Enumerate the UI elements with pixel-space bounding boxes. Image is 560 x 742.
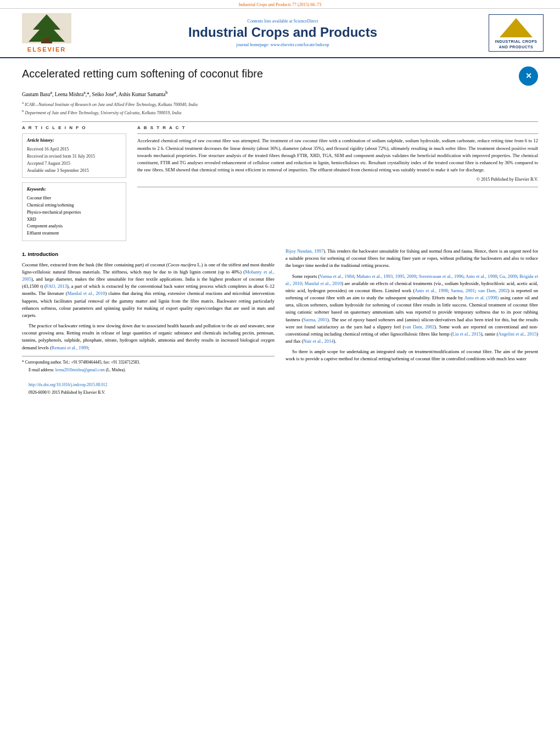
article-history-block: Article history: Received 16 April 2015 … [22,133,126,178]
author-ashis: Ashis Kumar Samantab [119,92,168,97]
ref-sarma2[interactable]: Sarma, 2001 [304,317,328,322]
article-title-section: Accelerated retting cum softening of coc… [22,66,538,86]
sciencedirect-link[interactable]: ScienceDirect [294,19,318,24]
footnote-star: * Corresponding author. Tel.: +91 974804… [22,359,275,366]
abstract-column: A B S T R A C T Accelerated chemical ret… [137,125,538,241]
article-info-column: A R T I C L E I N F O Article history: R… [22,125,126,241]
abstract-bottom-divider [137,187,538,187]
ref-angelini[interactable]: Angelini et al., 2015 [498,331,536,337]
keyword-4: XRD [27,216,121,224]
keyword-2: Chemical retting/softening [27,202,121,209]
svg-rect-3 [41,42,52,43]
accepted-date: Accepted 7 August 2015 [27,160,121,168]
elsevier-wordmark: ELSEVIER [27,46,66,53]
elsevier-logo: ELSEVIER [16,13,77,53]
received-date: Received 16 April 2015 [27,146,121,153]
keywords-block: Keywords: Coconut fiber Chemical retting… [22,182,126,241]
article-title: Accelerated retting cum softening of coc… [22,66,511,81]
journal-logo-triangle-icon [500,18,533,37]
intro-para-2: The practice of backwater retting is now… [22,322,275,352]
right-para-1: Bijoy Nandan, 1997). This renders the ba… [285,248,538,270]
right-para-2: Some reports (Varma et al., 1984; Mahato… [285,273,538,345]
author-email-link[interactable]: leena2010mishra@gmail.com [55,367,105,372]
journal-logo-box: INDUSTRIAL CROPS AND PRODUCTS [489,14,544,51]
journal-ref-text: Industrial Crops and Products 77 (2015) … [239,2,322,7]
keywords-label: Keywords: [27,186,121,193]
ref-gu[interactable]: Gu, 2009 [500,274,517,279]
contents-available-label: Contents lists available at ScienceDirec… [77,19,489,24]
ref-vandam[interactable]: van Dam, 2002 [478,288,508,293]
divider-after-affiliations [22,121,538,122]
ref-mohanty[interactable]: Mohanty et al., 2005 [22,269,275,282]
author-leena: Leena Mishraa,*, [55,92,92,97]
intro-para-1: Coconut fibre, extracted from the husk (… [22,261,275,319]
copyright-notice: © 2015 Published by Elsevier B.V. [137,176,538,183]
ref-vandam2[interactable]: van Dam, 2002 [404,324,434,330]
crossmark-icon[interactable] [519,66,538,86]
affiliations: a ICAR—National Institute of Research on… [22,100,538,116]
footnote-email: E-mail address: leena2010mishra@gmail.co… [22,367,275,373]
ref-sarma[interactable]: Sarma, 2001 [451,288,475,293]
keyword-6: Effluent treatment [27,230,121,237]
body-left-column: 1. Introduction Coconut fibre, extracted… [22,248,275,398]
ref-anto3[interactable]: Anto et al. (1998) [464,295,499,300]
history-label: Article history: [27,137,121,144]
author-seiko: Seiko Josea, [92,92,119,97]
keyword-5: Component analysis [27,223,121,230]
ref-manilal[interactable]: Manilal et al., 2010 [68,291,105,296]
journal-logo-text-line2: AND PRODUCTS [491,44,541,49]
journal-url[interactable]: www.elsevier.com/locate/indcrop [270,42,329,47]
ref-fao[interactable]: FAO, 2013 [46,283,67,289]
article-info-abstract-row: A R T I C L E I N F O Article history: R… [22,125,538,241]
abstract-text: Accelerated chemical retting of raw coco… [137,137,538,183]
keyword-3: Physico-mechanical properties [27,209,121,216]
abstract-top-divider [137,133,538,134]
journal-logo-text-line1: INDUSTRIAL CROPS [491,39,541,44]
footnote-section: * Corresponding author. Tel.: +91 974804… [22,356,275,396]
ref-sreenivasan[interactable]: Sreenivasan et al., 1996 [419,274,463,279]
doi-link-text: http://dx.doi.org/10.1016/j.indcrop.2015… [22,382,275,388]
authors-line: Gautam Basua, Leena Mishraa,*, Seiko Jos… [22,90,538,97]
abstract-heading: A B S T R A C T [137,125,538,130]
ref-anto1998[interactable]: Anto et al., 1998 [466,274,497,279]
main-content: Accelerated retting cum softening of coc… [0,58,560,403]
affiliation-b: b Department of Jute and Fibre Technolog… [22,108,538,116]
svg-rect-2 [44,38,49,42]
ref-liu[interactable]: Liu et al., 2015 [452,331,481,337]
affiliation-a: a ICAR—National Institute of Research on… [22,100,538,108]
article-info-heading: A R T I C L E I N F O [22,125,126,130]
journal-header: ELSEVIER Contents lists available at Sci… [0,9,560,58]
right-para-3: So there is ample scope for undertaking … [285,348,538,362]
available-date: Available online 3 September 2015 [27,168,121,175]
elsevier-tree-icon [22,13,71,46]
body-right-column: Bijoy Nandan, 1997). This renders the ba… [285,248,538,398]
ref-bijoy[interactable]: Bijoy Nandan, 1997 [285,248,323,254]
ref-nair[interactable]: Nair et al., 2014 [304,338,334,344]
body-text-section: 1. Introduction Coconut fibre, extracted… [22,248,538,398]
journal-reference-bar: Industrial Crops and Products 77 (2015) … [0,0,560,9]
journal-homepage: journal homepage: www.elsevier.com/locat… [77,42,489,47]
ref-remani[interactable]: Remani et al., 1989 [52,345,88,350]
revised-date: Received in revised form 31 July 2015 [27,153,121,160]
journal-logo-right: INDUSTRIAL CROPS AND PRODUCTS [489,14,544,51]
journal-title: Industrial Crops and Products [77,25,489,40]
doi-link[interactable]: http://dx.doi.org/10.1016/j.indcrop.2015… [29,382,107,387]
issn-text: 0926-6690/© 2015 Published by Elsevier B… [22,389,275,396]
ref-mahato[interactable]: Mahato et al., 1993, 1995, 2009 [356,274,416,279]
keyword-1: Coconut fiber [27,195,121,202]
ref-anto2[interactable]: Anto et al., 1998 [415,288,447,293]
section1-title: 1. Introduction [22,250,275,259]
elsevier-logo-section: ELSEVIER [16,13,77,53]
author-gautam: Gautam Basua, [22,92,55,97]
ref-manilal2[interactable]: Manilal et al., 2010 [305,281,341,286]
journal-title-center: Contents lists available at ScienceDirec… [77,19,489,47]
ref-varma[interactable]: Varma et al., 1984 [320,274,354,279]
